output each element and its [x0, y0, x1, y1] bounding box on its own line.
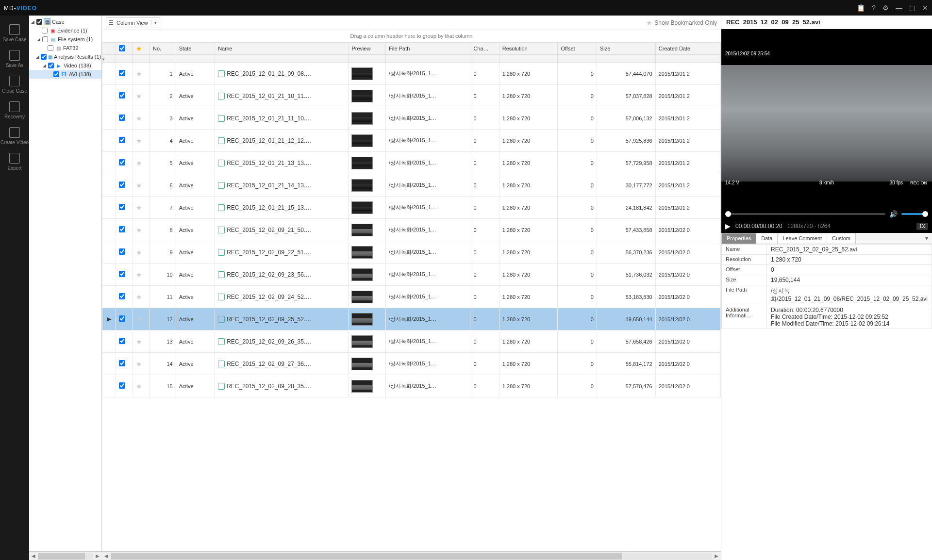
table-row[interactable]: ★15ActiveREC_2015_12_02_09_28_35.…/상시녹화/… [102, 375, 721, 397]
filter-cell[interactable] [215, 55, 349, 63]
table-row[interactable]: ★7ActiveREC_2015_12_01_21_15_13.…/상시녹화/2… [102, 197, 721, 219]
tree-check[interactable] [36, 19, 42, 25]
thumbnail[interactable] [351, 268, 373, 281]
thumbnail[interactable] [351, 134, 373, 147]
filter-cell[interactable] [499, 55, 558, 63]
thumbnail[interactable] [351, 380, 373, 393]
filter-cell[interactable]: ▾ [102, 55, 116, 63]
row-check-cell[interactable] [116, 130, 133, 152]
tree-video[interactable]: ◢▶Video (138) [29, 61, 101, 70]
tab-properties[interactable]: Properties [721, 233, 756, 244]
row-star-cell[interactable]: ★ [133, 152, 150, 174]
select-all-check[interactable] [119, 45, 125, 51]
row-check-cell[interactable] [116, 197, 133, 219]
row-star-cell[interactable]: ★ [133, 241, 150, 264]
star-icon[interactable]: ★ [136, 315, 142, 323]
close-icon[interactable]: ✕ [922, 4, 928, 12]
thumbnail[interactable] [351, 201, 373, 214]
star-icon[interactable]: ★ [136, 338, 142, 346]
col-header[interactable]: State [176, 43, 215, 55]
table-row[interactable]: ★9ActiveREC_2015_12_02_09_22_51.…/상시녹화/2… [102, 241, 721, 264]
star-icon[interactable]: ★ [136, 271, 142, 279]
row-check-cell[interactable] [116, 241, 133, 264]
sidebar-export[interactable]: Export [0, 149, 29, 175]
sidebar-create-video[interactable]: Create Video [0, 123, 29, 149]
maximize-icon[interactable]: ▢ [909, 4, 915, 12]
row-star-cell[interactable]: ★ [133, 219, 150, 241]
col-header[interactable]: Preview [349, 43, 385, 55]
video-frame[interactable]: 2015/12/02 09:25:54 14.2 V 8 km/h 30 fps… [721, 29, 932, 209]
thumbnail[interactable] [351, 157, 373, 169]
cell-preview[interactable] [349, 353, 385, 375]
cell-preview[interactable] [349, 174, 385, 197]
col-header[interactable]: No. [150, 43, 176, 55]
cell-preview[interactable] [349, 197, 385, 219]
clipboard-icon[interactable]: 📋 [857, 4, 865, 12]
col-header[interactable] [102, 43, 116, 55]
table-row[interactable]: ★14ActiveREC_2015_12_02_09_27_36.…/상시녹화/… [102, 353, 721, 375]
thumbnail[interactable] [351, 313, 373, 326]
star-icon[interactable]: ★ [136, 159, 142, 167]
row-star-cell[interactable]: ★ [133, 353, 150, 375]
scrub-handle[interactable] [725, 211, 731, 217]
col-header[interactable]: Resolution [499, 43, 558, 55]
filter-cell[interactable] [150, 55, 176, 63]
star-icon[interactable]: ★ [136, 382, 142, 390]
row-check[interactable] [119, 226, 125, 232]
row-check[interactable] [119, 293, 125, 299]
star-icon[interactable]: ★ [136, 137, 142, 145]
cell-preview[interactable] [349, 85, 385, 107]
row-check[interactable] [119, 360, 125, 366]
thumbnail[interactable] [351, 224, 373, 236]
row-check[interactable] [119, 137, 125, 143]
cell-preview[interactable] [349, 330, 385, 353]
filter-cell[interactable] [133, 55, 150, 63]
row-check-cell[interactable] [116, 152, 133, 174]
row-check-cell[interactable] [116, 375, 133, 397]
filter-cell[interactable] [597, 55, 655, 63]
col-header[interactable]: Offset [558, 43, 597, 55]
scrub-bar[interactable]: 🔊 [721, 209, 932, 219]
cell-preview[interactable] [349, 107, 385, 130]
star-icon[interactable]: ★ [136, 204, 142, 212]
row-check[interactable] [119, 70, 125, 76]
tree-check[interactable] [42, 28, 48, 33]
row-check[interactable] [119, 338, 125, 344]
star-icon[interactable]: ★ [136, 70, 142, 78]
star-icon[interactable]: ★ [136, 293, 142, 301]
volume-handle[interactable] [922, 211, 928, 217]
tree-analysis[interactable]: ◢▦Analysis Results (1) [29, 52, 101, 61]
row-star-cell[interactable]: ★ [133, 85, 150, 107]
tree-check[interactable] [41, 54, 47, 60]
row-star-cell[interactable]: ★ [133, 375, 150, 397]
row-check-cell[interactable] [116, 85, 133, 107]
tree-check[interactable] [48, 63, 54, 68]
minimize-icon[interactable]: — [896, 4, 902, 12]
filter-cell[interactable] [176, 55, 215, 63]
row-star-cell[interactable]: ★ [133, 264, 150, 286]
row-check-cell[interactable] [116, 353, 133, 375]
thumbnail[interactable] [351, 246, 373, 259]
star-icon[interactable]: ★ [136, 92, 142, 100]
row-check[interactable] [119, 271, 125, 277]
star-icon[interactable]: ★ [136, 248, 142, 256]
volume-track[interactable] [901, 213, 928, 215]
row-check[interactable] [119, 204, 125, 210]
cell-preview[interactable] [349, 286, 385, 308]
grid-hscroll[interactable]: ◀▶ [102, 551, 721, 560]
cell-preview[interactable] [349, 130, 385, 152]
row-check[interactable] [119, 115, 125, 121]
filter-cell[interactable] [116, 55, 133, 63]
row-check[interactable] [119, 159, 125, 165]
thumbnail[interactable] [351, 179, 373, 192]
col-header[interactable]: Created Date [655, 43, 720, 55]
group-drop-hint[interactable]: Drag a column header here to group by th… [102, 30, 721, 42]
table-row[interactable]: ★11ActiveREC_2015_12_02_09_24_52.…/상시녹화/… [102, 286, 721, 308]
star-icon[interactable]: ★ [136, 181, 142, 189]
tree-check[interactable] [42, 36, 48, 42]
thumbnail[interactable] [351, 112, 373, 125]
tree-case[interactable]: ◢▤Case [29, 17, 101, 26]
table-row[interactable]: ★4ActiveREC_2015_12_01_21_12_12.…/상시녹화/2… [102, 130, 721, 152]
help-icon[interactable]: ? [872, 4, 876, 12]
filter-cell[interactable] [349, 55, 385, 63]
